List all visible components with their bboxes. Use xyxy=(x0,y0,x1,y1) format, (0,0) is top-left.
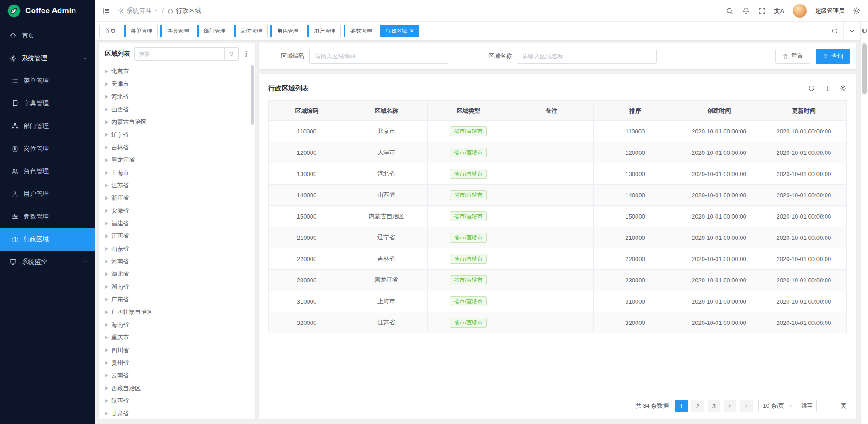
page-scrollbar[interactable] xyxy=(860,22,868,424)
table-row[interactable]: 310000 上海市 省市/直辖市 310000 2020-10-01 00:0… xyxy=(269,291,847,312)
chevron-right-icon[interactable] xyxy=(105,260,108,263)
tree-item[interactable]: 上海市 xyxy=(99,167,255,179)
gear-icon[interactable] xyxy=(853,7,861,15)
chevron-right-icon[interactable] xyxy=(105,374,108,377)
sidebar-item-post-mgmt[interactable]: 岗位管理 xyxy=(0,138,95,160)
sidebar-item-system[interactable]: 系统管理 xyxy=(0,47,95,70)
pagination-page-button[interactable]: 3 xyxy=(708,400,720,412)
chevron-right-icon[interactable] xyxy=(105,323,108,327)
tab[interactable]: 行政区域 xyxy=(380,25,419,37)
chevron-right-icon[interactable] xyxy=(105,222,108,225)
table-column-header[interactable]: 区域类型 xyxy=(427,101,509,121)
chevron-down-icon[interactable] xyxy=(843,22,860,40)
chevron-right-icon[interactable] xyxy=(105,209,108,213)
tree-item[interactable]: 西藏自治区 xyxy=(99,382,255,395)
table-column-header[interactable]: 更新时间 xyxy=(761,101,846,121)
chevron-right-icon[interactable] xyxy=(105,133,108,137)
tab[interactable]: 参数管理 xyxy=(344,25,377,37)
tree-item[interactable]: 江西省 xyxy=(99,230,255,243)
tree-item[interactable]: 河南省 xyxy=(99,255,255,268)
chevron-right-icon[interactable] xyxy=(105,298,108,301)
tree-item[interactable]: 云南省 xyxy=(99,369,255,382)
region-code-input[interactable] xyxy=(309,49,449,64)
tree-item[interactable]: 重庆市 xyxy=(99,331,255,344)
tree-item[interactable]: 河北省 xyxy=(99,91,255,103)
sidebar-item-user-mgmt[interactable]: 用户管理 xyxy=(0,183,95,205)
chevron-right-icon[interactable] xyxy=(105,146,108,149)
sidebar-item-dict-mgmt[interactable]: 字典管理 xyxy=(0,92,95,115)
table-row[interactable]: 150000 内蒙古自治区 省市/直辖市 150000 2020-10-01 0… xyxy=(269,206,847,227)
more-vertical-icon[interactable] xyxy=(243,50,250,57)
chevron-right-icon[interactable] xyxy=(105,272,108,276)
tab[interactable]: 菜单管理 xyxy=(124,25,158,37)
chevron-right-icon[interactable] xyxy=(105,285,108,289)
tree-scrollbar-thumb[interactable] xyxy=(251,65,254,125)
tree-search-input[interactable] xyxy=(134,47,224,61)
chevron-right-icon[interactable] xyxy=(105,70,108,73)
table-row[interactable]: 130000 河北省 省市/直辖市 130000 2020-10-01 00:0… xyxy=(269,163,847,185)
tab[interactable]: 首页 xyxy=(99,25,121,37)
pagination-page-button[interactable]: 1 xyxy=(675,400,688,412)
tree-item[interactable]: 湖南省 xyxy=(99,281,255,293)
refresh-icon[interactable] xyxy=(808,85,815,92)
layout-icon[interactable] xyxy=(862,28,868,33)
table-row[interactable]: 210000 辽宁省 省市/直辖市 210000 2020-10-01 00:0… xyxy=(269,227,847,248)
sidebar-item-param-mgmt[interactable]: 参数管理 xyxy=(0,205,95,228)
username[interactable]: 超级管理员 xyxy=(815,7,844,15)
density-icon[interactable] xyxy=(824,85,831,92)
tree-item[interactable]: 广西壮族自治区 xyxy=(99,306,255,319)
chevron-right-icon[interactable] xyxy=(105,120,108,124)
tree-item[interactable]: 浙江省 xyxy=(99,192,255,205)
tree-item[interactable]: 山西省 xyxy=(99,103,255,116)
sidebar-item-dept-mgmt[interactable]: 部门管理 xyxy=(0,115,95,138)
tab[interactable]: 部门管理 xyxy=(197,25,231,37)
chevron-right-icon[interactable] xyxy=(105,399,108,403)
region-name-input[interactable] xyxy=(517,49,657,64)
sidebar-item-menu-mgmt[interactable]: 菜单管理 xyxy=(0,70,95,92)
tab[interactable]: 岗位管理 xyxy=(234,25,268,37)
chevron-right-icon[interactable] xyxy=(105,108,108,111)
fullscreen-icon[interactable] xyxy=(758,7,766,15)
chevron-right-icon[interactable] xyxy=(105,184,108,187)
table-row[interactable]: 110000 北京市 省市/直辖市 110000 2020-10-01 00:0… xyxy=(269,121,847,142)
chevron-right-icon[interactable] xyxy=(105,412,108,415)
search-icon[interactable] xyxy=(726,7,734,15)
pagination-page-button[interactable]: 4 xyxy=(724,400,736,412)
refresh-icon[interactable] xyxy=(826,22,843,40)
chevron-right-icon[interactable] xyxy=(105,247,108,251)
table-column-header[interactable]: 排序 xyxy=(593,101,677,121)
tree-item[interactable]: 福建省 xyxy=(99,217,255,230)
breadcrumb-root[interactable]: 系统管理 xyxy=(118,7,158,15)
tree-item[interactable]: 黑龙江省 xyxy=(99,154,255,167)
tree-item[interactable]: 四川省 xyxy=(99,344,255,357)
pagination-page-button[interactable]: 2 xyxy=(691,400,704,412)
tree-item[interactable]: 安徽省 xyxy=(99,205,255,217)
tab[interactable]: 用户管理 xyxy=(307,25,341,37)
table-row[interactable]: 320000 江苏省 省市/直辖市 320000 2020-10-01 00:0… xyxy=(269,312,847,333)
chevron-right-icon[interactable] xyxy=(105,234,108,238)
sidebar-item-home[interactable]: 首页 xyxy=(0,24,95,47)
chevron-right-icon[interactable] xyxy=(105,95,108,99)
table-column-header[interactable]: 备注 xyxy=(509,101,593,121)
tree-item[interactable]: 湖北省 xyxy=(99,268,255,281)
chevron-right-icon[interactable] xyxy=(105,82,108,86)
chevron-right-icon[interactable] xyxy=(105,158,108,162)
chevron-right-icon[interactable] xyxy=(105,336,108,339)
tree-item[interactable]: 甘肃省 xyxy=(99,407,255,419)
table-column-header[interactable]: 区域名称 xyxy=(345,101,428,121)
tree-item[interactable]: 内蒙古自治区 xyxy=(99,116,255,129)
bell-icon[interactable] xyxy=(742,7,750,15)
tree-item[interactable]: 贵州省 xyxy=(99,357,255,369)
chevron-right-icon[interactable] xyxy=(105,348,108,352)
tree-item[interactable]: 天津市 xyxy=(99,78,255,91)
chevron-right-icon[interactable] xyxy=(105,361,108,365)
jump-page-input[interactable] xyxy=(816,400,837,412)
translate-icon[interactable]: 文A xyxy=(774,7,784,15)
table-row[interactable]: 230000 黑龙江省 省市/直辖市 230000 2020-10-01 00:… xyxy=(269,270,847,291)
search-icon[interactable] xyxy=(224,47,239,61)
query-button[interactable]: 查询 xyxy=(816,49,850,64)
tree-item[interactable]: 陕西省 xyxy=(99,395,255,407)
table-row[interactable]: 140000 山西省 省市/直辖市 140000 2020-10-01 00:0… xyxy=(269,185,847,206)
avatar[interactable] xyxy=(793,4,807,18)
tab[interactable]: 字典管理 xyxy=(160,25,194,37)
